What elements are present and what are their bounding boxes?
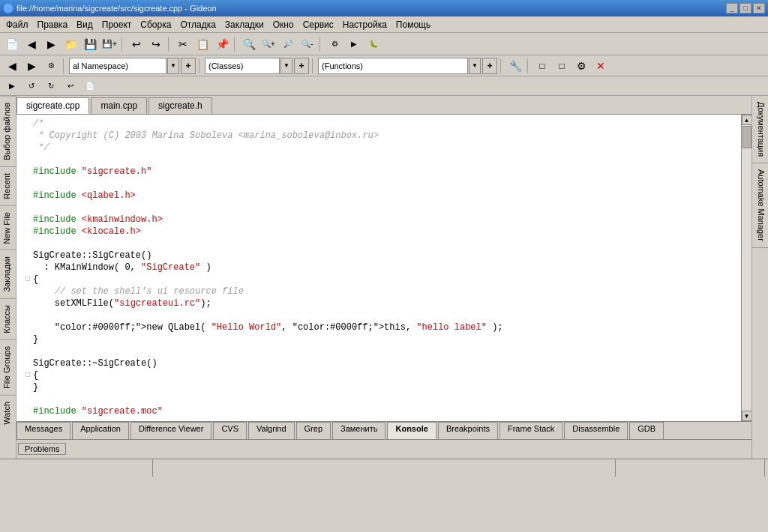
- sidebar-tab-classes[interactable]: Классы: [0, 298, 16, 339]
- code-line: [16, 345, 741, 357]
- functions-add-button[interactable]: +: [482, 58, 497, 74]
- zoom-in-button[interactable]: 🔎: [279, 35, 297, 53]
- namespace-dropdown[interactable]: ▼: [167, 58, 179, 74]
- tab-application[interactable]: Application: [72, 422, 129, 439]
- bk-next-button[interactable]: ↻: [42, 77, 60, 95]
- save-button[interactable]: 💾: [81, 35, 99, 53]
- fold-marker[interactable]: □: [22, 369, 33, 381]
- fold-marker: [22, 345, 33, 357]
- bk-prev-button[interactable]: ↺: [22, 77, 40, 95]
- code-content: */: [33, 142, 738, 154]
- tab-replace[interactable]: Заменить: [332, 422, 386, 439]
- code-content: : KMainWindow( 0, "SigCreate" ): [33, 262, 738, 273]
- forward-button[interactable]: ▶: [42, 35, 60, 53]
- bk-doc-button[interactable]: 📄: [81, 77, 99, 95]
- sidebar-tab-documentation[interactable]: Документация: [752, 96, 768, 163]
- code-line: */: [16, 142, 741, 154]
- undo-button[interactable]: ↩: [128, 35, 146, 53]
- namespace-combo: ▼: [69, 58, 179, 74]
- tab-grep[interactable]: Grep: [296, 422, 331, 439]
- tab-difference-viewer[interactable]: Difference Viewer: [130, 422, 212, 439]
- classes-input[interactable]: [205, 58, 280, 74]
- zoom-out-button[interactable]: 🔍-: [298, 35, 316, 53]
- bk-add-button[interactable]: ↩: [62, 77, 80, 95]
- tab-disassemble[interactable]: Disassemble: [564, 422, 628, 439]
- main-toolbar: 📄 ◀ ▶ 📁 💾 💾+ ↩ ↪ ✂ 📋 📌 🔍 🔍+ 🔎 🔍- ⚙ ▶ 🐛: [0, 33, 768, 55]
- redo-button[interactable]: ↪: [147, 35, 165, 53]
- vertical-scrollbar[interactable]: ▲ ▼: [741, 115, 752, 421]
- menu-help[interactable]: Помощь: [392, 18, 435, 31]
- build-button[interactable]: ⚙: [326, 35, 344, 53]
- find-button[interactable]: 🔍: [240, 35, 258, 53]
- nav-extra-2[interactable]: □: [553, 57, 571, 75]
- functions-input[interactable]: [318, 58, 468, 74]
- fold-marker: [22, 130, 33, 142]
- sidebar-tab-new-file[interactable]: New File: [0, 205, 16, 250]
- open-button[interactable]: 📁: [62, 35, 80, 53]
- tab-sigcreate-cpp[interactable]: sigcreate.cpp: [16, 97, 89, 114]
- tab-breakpoints[interactable]: Breakpoints: [438, 422, 498, 439]
- code-line: #include "sigcreate.h": [16, 166, 741, 178]
- grep-button[interactable]: 🔍+: [260, 35, 278, 53]
- copy-button[interactable]: 📋: [194, 35, 212, 53]
- classes-add-button[interactable]: +: [294, 58, 309, 74]
- nav-settings-button[interactable]: ⚙: [572, 57, 590, 75]
- tab-problems[interactable]: Problems: [18, 443, 66, 455]
- menu-bookmarks[interactable]: Закладки: [220, 18, 268, 31]
- maximize-button[interactable]: □: [740, 3, 752, 13]
- tab-cvs[interactable]: CVS: [213, 422, 247, 439]
- tab-main-cpp[interactable]: main.cpp: [91, 97, 147, 114]
- namespace-add-button[interactable]: +: [181, 58, 196, 74]
- tab-frame-stack[interactable]: Frame Stack: [500, 422, 562, 439]
- code-line: [16, 154, 741, 166]
- nav-wrench-button[interactable]: 🔧: [506, 57, 524, 75]
- fold-marker[interactable]: □: [22, 273, 33, 285]
- nav-close-button[interactable]: ✕: [592, 57, 610, 75]
- sidebar-tab-bookmarks[interactable]: Закладки: [0, 250, 16, 298]
- nav-forward-button[interactable]: ▶: [22, 57, 40, 75]
- back-button[interactable]: ◀: [22, 35, 40, 53]
- scroll-track[interactable]: [742, 125, 752, 411]
- nav-back-button[interactable]: ◀: [3, 57, 21, 75]
- scroll-thumb[interactable]: [742, 126, 752, 148]
- save-all-button[interactable]: 💾+: [100, 35, 118, 53]
- menu-edit[interactable]: Правка: [33, 18, 73, 31]
- scroll-down-button[interactable]: ▼: [742, 411, 752, 421]
- editor-area: sigcreate.cpp main.cpp sigcreate.h /* * …: [16, 96, 752, 459]
- minimize-button[interactable]: _: [726, 3, 738, 13]
- tab-valgrind[interactable]: Valgrind: [248, 422, 295, 439]
- menu-build[interactable]: Сборка: [136, 18, 176, 31]
- tab-messages[interactable]: Messages: [16, 422, 70, 439]
- menu-window[interactable]: Окно: [268, 18, 298, 31]
- menu-debug[interactable]: Отладка: [176, 18, 220, 31]
- fold-marker: [22, 333, 33, 345]
- tab-konsole[interactable]: Konsole: [387, 422, 436, 439]
- sidebar-tab-file-select[interactable]: Выбор файлов: [0, 96, 16, 166]
- sidebar-tab-file-groups[interactable]: File Groups: [0, 339, 16, 395]
- paste-button[interactable]: 📌: [213, 35, 231, 53]
- scroll-up-button[interactable]: ▲: [742, 115, 752, 125]
- cut-button[interactable]: ✂: [174, 35, 192, 53]
- bottom-sub-tabs: Problems: [16, 440, 752, 458]
- menu-file[interactable]: Файл: [2, 18, 33, 31]
- new-file-button[interactable]: 📄: [3, 35, 21, 53]
- sidebar-tab-automake[interactable]: Automake Manager: [752, 163, 768, 248]
- menu-service[interactable]: Сервис: [298, 18, 338, 31]
- sidebar-tab-recent[interactable]: Recent: [0, 166, 16, 205]
- nav-extra-1[interactable]: □: [533, 57, 551, 75]
- functions-dropdown[interactable]: ▼: [469, 58, 481, 74]
- bk-left-button[interactable]: ▶: [3, 77, 21, 95]
- code-editor[interactable]: /* * Copyright (C) 2003 Marina Soboleva …: [16, 115, 741, 421]
- tab-gdb[interactable]: GDB: [629, 422, 664, 439]
- menu-view[interactable]: Вид: [72, 18, 98, 31]
- tab-sigcreate-h[interactable]: sigcreate.h: [148, 97, 212, 114]
- nav-extra-button[interactable]: ⚙: [42, 57, 60, 75]
- classes-dropdown[interactable]: ▼: [280, 58, 292, 74]
- run-button[interactable]: ▶: [345, 35, 363, 53]
- sidebar-tab-watch[interactable]: Watch: [0, 395, 16, 431]
- close-button[interactable]: ✕: [753, 3, 765, 13]
- menu-settings[interactable]: Настройка: [338, 18, 392, 31]
- namespace-input[interactable]: [69, 58, 166, 74]
- menu-project[interactable]: Проект: [98, 18, 136, 31]
- debug-button[interactable]: 🐛: [364, 35, 382, 53]
